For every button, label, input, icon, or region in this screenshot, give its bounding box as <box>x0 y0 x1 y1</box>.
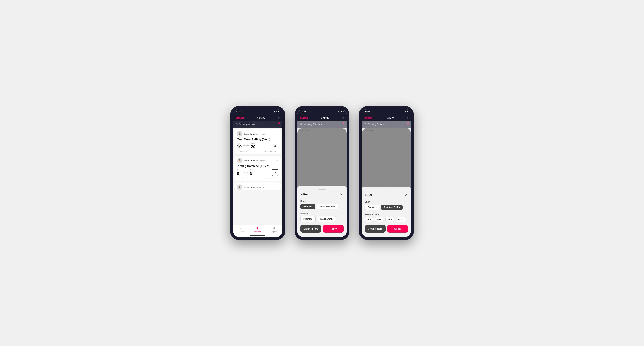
viewing-bar-1[interactable]: ⚙ Viewing Activities <box>233 121 282 128</box>
stats-row-2: Score 0 OUT OF Shots 9 45 <box>237 169 278 176</box>
notch-3: 11:33 ▲ ◀ ■ <box>362 109 411 115</box>
practice-round-btn-2[interactable]: Practice <box>300 216 316 222</box>
nav-activities-1[interactable]: ♟ Activities <box>250 226 266 233</box>
phone-2-screen: 11:33 ▲ ◀ ■ clippd Activity ≡ ⚙ Viewing … <box>297 109 347 237</box>
filter-actions-3: Clear Filters Apply <box>365 225 408 233</box>
shots-value-1: 20 <box>251 144 256 149</box>
time-2: 11:33 <box>300 111 306 113</box>
nav-capture-1[interactable]: ⊕ Capture <box>266 226 282 233</box>
notch-2: 11:33 ▲ ◀ ■ <box>297 109 347 115</box>
activities-icon-1: ♟ <box>256 226 259 230</box>
show-options-2: Rounds Practice Drills <box>300 204 344 209</box>
viewing-bar-3[interactable]: ⚙ Viewing Activities <box>362 121 411 128</box>
clear-filters-btn-2[interactable]: Clear Filters <box>300 225 321 233</box>
viewing-label-1: Viewing Activities <box>240 123 258 126</box>
phone-1-content: 🏌 Josh Coles 28 Feb 2023 ••• Must Make P… <box>233 128 282 237</box>
filter-close-2[interactable]: ✕ <box>339 192 344 197</box>
notch-pill-2 <box>315 110 329 113</box>
signal-icon-2: ▲ <box>338 111 340 113</box>
wifi-icon-2: ◀ <box>340 111 342 113</box>
filter-icon-2: ⚙ <box>300 123 302 126</box>
menu-icon-2[interactable]: ≡ <box>342 116 344 119</box>
activity-card-2[interactable]: 🏌 Josh Coles 28 Feb 2023 ••• Putting Com… <box>234 156 281 181</box>
practice-drills-toggle-2[interactable]: Practice Drills <box>317 204 338 209</box>
battery-icon-3: ■ <box>407 111 408 113</box>
home-icon-1: ⌂ <box>240 226 242 230</box>
info-1: ℹ Test Information <box>237 151 249 152</box>
viewing-bar-2[interactable]: ⚙ Viewing Activities <box>297 121 347 128</box>
phone-3: 11:33 ▲ ◀ ■ clippd Activity ≡ ⚙ Viewing … <box>359 106 414 240</box>
score-value-1: 10 <box>237 144 242 149</box>
filter-header-3: Filter ✕ <box>365 193 408 197</box>
user-date-1: 28 Feb 2023 <box>256 133 266 135</box>
notch-pill-3 <box>380 110 393 113</box>
red-dot-1 <box>278 123 280 124</box>
score-block-2: Score 0 <box>237 169 241 176</box>
home-label-1: Home <box>239 230 244 232</box>
shots-label-2: Shots <box>250 169 254 171</box>
nav-home-1[interactable]: ⌂ Home <box>233 226 250 233</box>
notch-1: 11:33 ▲ ◀ ■ <box>233 109 282 115</box>
more-dots-3[interactable]: ••• <box>276 185 278 189</box>
rounds-toggle-3[interactable]: Rounds <box>365 204 380 210</box>
shots-label-1: Shots <box>251 143 256 144</box>
viewing-label-2: Viewing Activities <box>304 123 322 126</box>
status-icons-2: ▲ ◀ ■ <box>338 111 344 113</box>
filter-actions-2: Clear Filters Apply <box>300 225 344 233</box>
tournament-btn-2[interactable]: Tournament <box>317 216 336 222</box>
shots-block-2: Shots 9 <box>250 169 254 176</box>
activity-card-3[interactable]: 🏌 Josh Coles 28 Feb 2023 ••• <box>234 182 281 190</box>
wifi-icon-1: ◀ <box>276 111 278 113</box>
rounds-toggle-2[interactable]: Rounds <box>300 204 315 209</box>
bottom-nav-1: ⌂ Home ♟ Activities ⊕ Capture <box>233 225 282 233</box>
data-source-1: Data: Clippd Capture <box>264 151 278 152</box>
header-title-3: Activity <box>386 116 394 119</box>
avatar-2: 🏌 <box>237 158 242 163</box>
card-title-1: Must Make Putting (3-6 ft) <box>237 138 278 141</box>
score-label-2: Score <box>237 169 241 171</box>
card-footer-2: ℹ Test Information Data: Clippd Capture <box>237 177 278 179</box>
score-block-1: Score 10 <box>237 143 242 149</box>
sq-value-2: 45 <box>274 171 276 174</box>
filter-title-2: Filter <box>300 192 308 196</box>
red-dot-3 <box>407 123 409 124</box>
info-2: ℹ Test Information <box>237 177 249 179</box>
out-of-1: OUT OF <box>243 145 249 147</box>
filter-close-3[interactable]: ✕ <box>403 193 408 197</box>
user-name-3: Josh Coles <box>244 186 256 188</box>
out-of-2: OUT OF <box>242 172 248 173</box>
app-header-1: clippd Activity ≡ <box>233 115 282 121</box>
battery-icon-2: ■ <box>342 111 344 113</box>
more-dots-1[interactable]: ••• <box>276 132 278 135</box>
capture-label-1: Capture <box>271 231 277 233</box>
user-info-1: 🏌 Josh Coles 28 Feb 2023 <box>237 131 266 137</box>
ott-btn-3[interactable]: OTT <box>365 217 374 222</box>
practice-section-label-3: Practice Drills <box>365 213 408 215</box>
menu-icon-1[interactable]: ≡ <box>278 116 280 119</box>
app-btn-3[interactable]: APP <box>375 217 384 222</box>
arg-btn-3[interactable]: ARG <box>386 217 394 222</box>
battery-icon-1: ■ <box>278 111 279 113</box>
more-dots-2[interactable]: ••• <box>276 159 278 162</box>
home-bar-1 <box>233 233 282 237</box>
user-name-1: Josh Coles <box>244 133 256 135</box>
practice-drills-toggle-3[interactable]: Practice Drills <box>381 204 403 210</box>
clear-filters-btn-3[interactable]: Clear Filters <box>365 225 386 233</box>
user-details-2: Josh Coles 28 Feb 2023 <box>244 159 266 162</box>
activity-card-1[interactable]: 🏌 Josh Coles 28 Feb 2023 ••• Must Make P… <box>234 129 281 154</box>
apply-btn-3[interactable]: Apply <box>387 225 408 233</box>
filter-overlay-2: Filter ✕ Show Rounds Practice Drills Rou… <box>297 128 347 237</box>
time-1: 11:33 <box>236 111 242 113</box>
score-value-2: 0 <box>237 171 239 176</box>
filter-header-2: Filter ✕ <box>300 192 344 197</box>
card-header-3: 🏌 Josh Coles 28 Feb 2023 ••• <box>237 184 278 190</box>
menu-icon-3[interactable]: ≡ <box>407 116 408 119</box>
apply-btn-2[interactable]: Apply <box>323 225 344 233</box>
activities-label-1: Activities <box>254 231 261 233</box>
user-date-3: 28 Feb 2023 <box>256 186 266 188</box>
score-label-1: Score <box>237 143 242 144</box>
capture-icon-1: ⊕ <box>273 226 276 230</box>
red-dot-2 <box>343 123 344 124</box>
putt-btn-3[interactable]: PUTT <box>396 217 406 222</box>
rounds-section-label-2: Rounds <box>300 212 344 215</box>
